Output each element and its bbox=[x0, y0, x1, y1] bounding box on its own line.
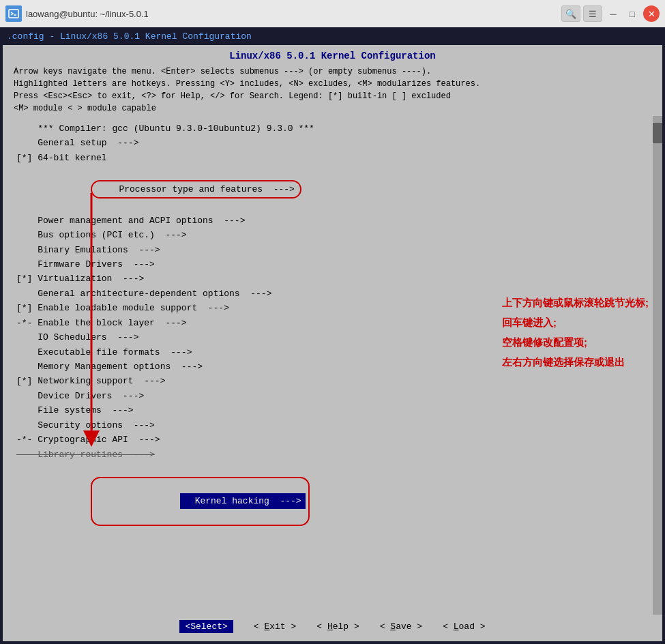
help-line-3: Press <Esc><Esc> to exit, <?> for Help, … bbox=[14, 90, 651, 102]
load-button[interactable]: < Load > bbox=[443, 621, 485, 632]
kernel-config-title: Linux/x86 5.0.1 Kernel Configuration bbox=[3, 45, 662, 64]
menu-content-wrapper: *** Compiler: gcc (Ubuntu 9.3.0-10ubuntu… bbox=[3, 116, 662, 615]
menu-item-crypto[interactable]: -*- Cryptographic API ---> bbox=[16, 433, 649, 447]
titlebar-left: laowang@ubuntu: ~/linux-5.0.1 bbox=[5, 5, 149, 22]
help-line-2: Highlighted letters are hotkeys. Pressin… bbox=[14, 78, 651, 90]
help-line-1: Arrow keys navigate the menu. <Enter> se… bbox=[14, 65, 651, 78]
kernel-config-menu[interactable]: *** Compiler: gcc (Ubuntu 9.3.0-10ubuntu… bbox=[3, 116, 662, 546]
menu-item-64bit[interactable]: [*] 64-bit kernel bbox=[16, 151, 649, 165]
save-button[interactable]: < Save > bbox=[380, 621, 422, 632]
menu-item-library[interactable]: Library routines ---> bbox=[16, 448, 649, 462]
menu-item-processor[interactable]: Processor type and features ---> bbox=[16, 165, 301, 213]
terminal-area: Linux/x86 5.0.1 Kernel Configuration Arr… bbox=[3, 45, 662, 641]
scrollbar[interactable] bbox=[653, 116, 662, 615]
scrollbar-thumb[interactable] bbox=[653, 123, 662, 143]
kernel-config-help: Arrow keys navigate the menu. <Enter> se… bbox=[3, 64, 662, 116]
annotation-line-3: 空格键修改配置项; bbox=[502, 333, 649, 351]
breadcrumb: .config - Linux/x86 5.0.1 Kernel Configu… bbox=[0, 27, 665, 45]
exit-button[interactable]: < Exit > bbox=[254, 621, 296, 632]
help-button[interactable]: < Help > bbox=[316, 621, 359, 632]
menu-item-device-drivers[interactable]: Device Drivers ---> bbox=[16, 389, 649, 403]
kernel-config-buttons: <Select> < Exit > < Help > < Save > < Lo… bbox=[3, 615, 662, 641]
terminal-icon bbox=[5, 5, 22, 22]
menu-item-virtualization[interactable]: [*] Virtualization ---> bbox=[16, 272, 649, 286]
close-button[interactable]: ✕ bbox=[643, 5, 660, 22]
window-inner: .config - Linux/x86 5.0.1 Kernel Configu… bbox=[0, 27, 665, 644]
main-window: laowang@ubuntu: ~/linux-5.0.1 🔍 ☰ ─ □ ✕ … bbox=[0, 0, 665, 644]
help-line-4: <M> module < > module capable bbox=[14, 102, 651, 115]
menu-button[interactable]: ☰ bbox=[583, 5, 602, 22]
maximize-button[interactable]: □ bbox=[624, 5, 640, 22]
select-button[interactable]: <Select> bbox=[179, 620, 233, 633]
menu-item-networking[interactable]: [*] Networking support ---> bbox=[16, 374, 649, 388]
window-title: laowang@ubuntu: ~/linux-5.0.1 bbox=[26, 9, 149, 19]
kernel-config: Linux/x86 5.0.1 Kernel Configuration Arr… bbox=[3, 45, 662, 641]
titlebar: laowang@ubuntu: ~/linux-5.0.1 🔍 ☰ ─ □ ✕ bbox=[0, 0, 665, 27]
menu-item-bus-options[interactable]: Bus options (PCI etc.) ---> bbox=[16, 228, 649, 242]
menu-item-firmware[interactable]: Firmware Drivers ---> bbox=[16, 257, 649, 272]
menu-item-compiler: *** Compiler: gcc (Ubuntu 9.3.0-10ubuntu… bbox=[16, 121, 649, 136]
menu-item-general-setup[interactable]: General setup ---> bbox=[16, 136, 649, 150]
search-button[interactable]: 🔍 bbox=[561, 5, 580, 22]
annotation-line-2: 回车键进入; bbox=[502, 313, 649, 332]
annotation-container: 上下方向键或鼠标滚轮跳节光标; 回车键进入; 空格键修改配置项; 左右方向键选择… bbox=[502, 293, 649, 371]
annotation-line-1: 上下方向键或鼠标滚轮跳节光标; bbox=[502, 293, 649, 312]
menu-item-binary-emul[interactable]: Binary Emulations ---> bbox=[16, 243, 649, 257]
menu-item-file-systems[interactable]: File systems ---> bbox=[16, 403, 649, 418]
annotation-line-4: 左右方向键选择保存或退出 bbox=[502, 353, 649, 371]
menu-item-security[interactable]: Security options ---> bbox=[16, 418, 649, 433]
menu-item-kernel-hacking[interactable]: Kernel hacking ---> bbox=[16, 462, 310, 540]
titlebar-controls: 🔍 ☰ ─ □ ✕ bbox=[561, 5, 660, 22]
menu-item-power-mgmt[interactable]: Power management and ACPI options ---> bbox=[16, 214, 649, 228]
minimize-button[interactable]: ─ bbox=[605, 5, 621, 22]
